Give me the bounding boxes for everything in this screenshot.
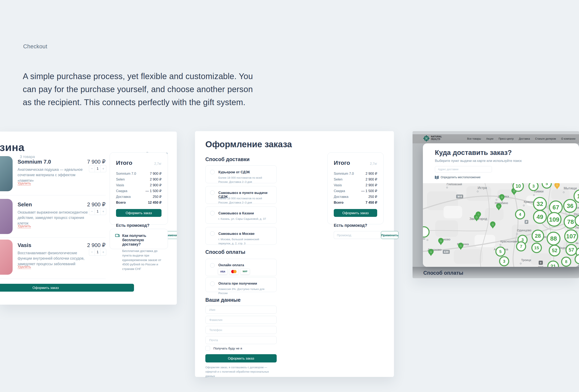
svg-text:₽: ₽	[526, 221, 527, 224]
payment-option[interactable]: Оплата при полученииКомиссия 3%. Доступн…	[205, 277, 277, 292]
cluster-marker[interactable]: 57	[566, 245, 577, 255]
delete-item-link[interactable]: Удалить	[18, 265, 31, 269]
increase-qty-button[interactable]: +	[100, 165, 106, 172]
delivery-option[interactable]: Курьером от СДЭКБолее 18 000 постоматов …	[205, 166, 277, 183]
option-label: Онлайн оплата	[218, 263, 244, 267]
svg-text:107: 107	[566, 233, 576, 240]
option-label: Курьером от СДЭК	[218, 170, 250, 174]
cluster-marker[interactable]: 7	[516, 242, 526, 251]
cluster-marker[interactable]: 36	[564, 200, 577, 212]
svg-text:32: 32	[537, 201, 543, 207]
summary-total-value: 12 450 ₽	[148, 201, 161, 205]
radio-button[interactable]	[210, 281, 215, 286]
cluster-marker[interactable]: 3	[529, 183, 538, 191]
decrease-qty-button[interactable]: −	[89, 208, 95, 215]
cluster-marker[interactable]: 8	[562, 257, 571, 266]
cluster-marker[interactable]: 5	[542, 183, 551, 188]
not-me-label: Получать буду не я	[214, 346, 242, 350]
decrease-qty-button[interactable]: −	[89, 165, 95, 172]
delivery-option[interactable]: Самовывоз в Казаниг. Казань, ул. Сары Са…	[205, 207, 277, 224]
cluster-marker[interactable]: 4	[515, 210, 525, 219]
svg-text:⌂: ⌂	[430, 250, 432, 253]
increase-qty-button[interactable]: +	[100, 249, 106, 256]
form-field-1[interactable]	[205, 306, 277, 314]
form-field-4[interactable]	[205, 336, 277, 344]
quantity-stepper[interactable]: −1+	[89, 165, 106, 172]
svg-text:Е30: Е30	[444, 251, 448, 253]
cluster-marker[interactable]: 5	[496, 247, 505, 256]
site-logo[interactable]: NATURAL HEALTH corporation	[423, 135, 442, 141]
radio-button[interactable]	[210, 170, 215, 174]
form-field-2[interactable]	[205, 316, 277, 324]
summary-row: Somnium 7.07 900 ₽	[116, 172, 161, 175]
summary-checkout-button[interactable]: Оформить заказ	[116, 209, 161, 217]
nav-item-1[interactable]: Все товары	[467, 137, 481, 140]
radio-button[interactable]	[210, 190, 215, 195]
cluster-marker[interactable]: 109	[547, 213, 561, 226]
form-field-3[interactable]	[205, 326, 277, 334]
pickup-map[interactable]: ГлебовскийИстраДедовскНахабиноЗвенигород…	[423, 183, 579, 267]
delete-item-link[interactable]: Удалить	[18, 224, 31, 228]
nav-item-5[interactable]: Станьте дилером	[535, 137, 556, 140]
cluster-marker[interactable]: 21	[548, 261, 559, 267]
increase-qty-button[interactable]: +	[100, 208, 106, 215]
cluster-marker[interactable]	[423, 227, 429, 237]
promo-title: Есть промокод?	[116, 223, 161, 228]
cluster-marker[interactable]: 32	[533, 197, 546, 210]
delete-item-link[interactable]: Удалить	[18, 181, 31, 185]
map-city-dot	[520, 263, 521, 264]
not-me-checkbox[interactable]	[205, 346, 210, 351]
map-city-label: Глебовский	[447, 183, 462, 186]
summary-row-label: Доставка	[116, 195, 131, 199]
promo-input[interactable]	[334, 231, 381, 239]
promo-title: Есть промокод?	[334, 223, 377, 228]
cluster-marker[interactable]: 107	[565, 230, 578, 243]
promo-row: Применить	[334, 231, 377, 239]
radio-button[interactable]	[210, 211, 215, 216]
checkout-submit-button[interactable]: Оформить заказ	[205, 354, 277, 362]
nav-item-3[interactable]: Пресс-центр	[499, 137, 514, 140]
cluster-marker[interactable]: 52	[549, 245, 560, 256]
not-me-checkbox-row[interactable]: Получать буду не я	[205, 346, 242, 351]
svg-text:⌂: ⌂	[460, 244, 462, 247]
qty-value: 1	[95, 249, 100, 256]
payment-option[interactable]: Онлайн оплатаVISAМИР	[205, 259, 277, 276]
svg-text:88: 88	[550, 235, 557, 242]
cluster-marker[interactable]: 49	[533, 211, 546, 223]
nav-item-2[interactable]: Акции	[486, 137, 493, 140]
legal-text: Оформляя заказ, я соглашаюсь с договором…	[205, 365, 275, 378]
visa-logo: VISA	[218, 269, 227, 275]
map-city-dot	[563, 192, 564, 193]
nav-item-6[interactable]: О компании	[561, 137, 576, 140]
nav-item-4[interactable]: Доставка	[519, 137, 530, 140]
product-price: 2 900 ₽	[68, 242, 105, 248]
radio-button[interactable]	[210, 231, 215, 236]
cluster-marker[interactable]: 10	[513, 183, 523, 191]
cluster-marker[interactable]: 3	[500, 257, 509, 266]
cluster-marker[interactable]: 88	[547, 232, 560, 245]
summary-row-value: 250 ₽	[153, 195, 161, 199]
summary-checkout-button[interactable]: Оформить заказ	[334, 209, 377, 217]
radio-button[interactable]	[210, 263, 215, 268]
svg-text:4: 4	[519, 212, 521, 217]
cluster-marker[interactable]: 15	[532, 243, 541, 253]
delivery-option[interactable]: Самовывоз в Москвег. Москва, большой зна…	[205, 227, 277, 245]
quantity-stepper[interactable]: −1+	[89, 249, 106, 256]
locate-me-link[interactable]: Определить местоположение	[435, 175, 481, 179]
delivery-option[interactable]: Самовывоз в пункте выдачи СДЭКБолее 18 0…	[205, 186, 277, 204]
cart-panel: Корзина 3 товара Очистить все Somnium 7.…	[0, 132, 177, 305]
cluster-marker[interactable]: 28	[532, 230, 544, 242]
map-city-dot	[500, 244, 501, 246]
product-image	[0, 199, 13, 234]
cluster-marker[interactable]: 67	[549, 201, 562, 214]
quantity-stepper[interactable]: −1+	[89, 208, 106, 215]
truck-icon	[115, 234, 120, 237]
svg-text:5: 5	[546, 183, 548, 186]
svg-text:52: 52	[552, 248, 558, 253]
decrease-qty-button[interactable]: −	[89, 249, 95, 256]
summary-row: Скидка— 1 500 ₽	[116, 189, 161, 193]
cart-checkout-button[interactable]: Оформить заказ	[0, 284, 134, 292]
summary-row-label: Somnium 7.0	[334, 172, 354, 175]
address-search-input[interactable]	[435, 166, 492, 172]
promo-apply-button[interactable]: Применить	[381, 231, 398, 239]
